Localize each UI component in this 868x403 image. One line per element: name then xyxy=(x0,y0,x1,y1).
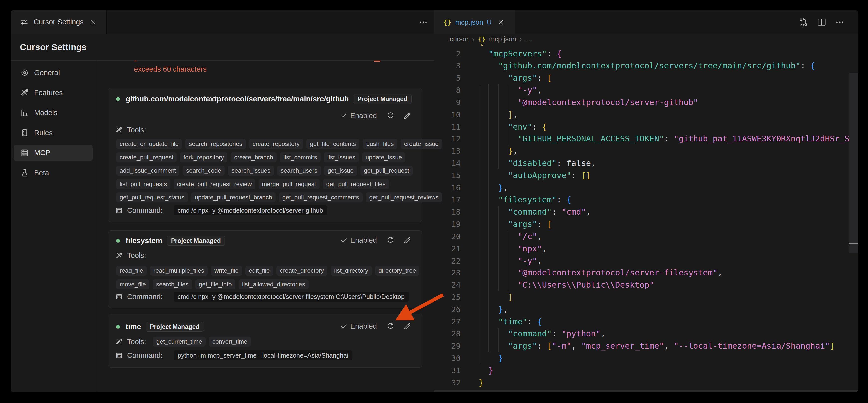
tool-chip: read_file xyxy=(116,266,147,276)
sidebar-item-label: Features xyxy=(34,89,63,97)
tools-icon xyxy=(116,338,122,345)
line-number: 27 xyxy=(434,316,461,328)
check-icon xyxy=(340,112,347,119)
code-line-12: 12 "GITHUB_PERSONAL_ACCESS_TOKEN": "gith… xyxy=(434,133,858,145)
chevron-right-icon: › xyxy=(520,35,522,44)
line-number: 23 xyxy=(434,267,461,279)
code-editor[interactable]: 1{2 "mcpServers": {3 "github.com/modelco… xyxy=(434,10,858,392)
mcp-server-card-time: time Project Managed Enabled Tools: get_… xyxy=(108,314,422,368)
code-line-29: 29 "args": ["-m", "mcp_server_time", "--… xyxy=(434,340,858,352)
command-value: cmd /c npx -y @modelcontextprotocol/serv… xyxy=(174,292,409,302)
code-line-23: 23 "@modelcontextprotocol/server-filesys… xyxy=(434,267,858,279)
command-value: cmd /c npx -y @modelcontextprotocol/serv… xyxy=(174,205,327,215)
tab-label: Cursor Settings xyxy=(34,18,84,26)
divider xyxy=(96,61,96,392)
tool-chip: create_pull_request_review xyxy=(174,179,255,189)
line-number: 24 xyxy=(434,279,461,291)
sidebar-item-rules[interactable]: Rules xyxy=(14,125,93,141)
tool-chip: get_issue xyxy=(324,166,357,176)
managed-badge: Project Managed xyxy=(146,322,204,332)
breadcrumb-more[interactable]: … xyxy=(526,35,532,43)
tool-chip: get_pull_request_comments xyxy=(279,192,363,202)
refresh-icon[interactable] xyxy=(386,322,395,330)
editor-actions-more-icon[interactable] xyxy=(412,10,434,34)
sidebar-item-label: Beta xyxy=(34,169,49,177)
vertical-scrollbar[interactable] xyxy=(849,74,858,253)
edit-icon[interactable] xyxy=(403,112,411,120)
refresh-icon[interactable] xyxy=(386,236,395,244)
line-number: 32 xyxy=(434,377,461,389)
enabled-label[interactable]: Enabled xyxy=(350,236,377,244)
tool-chip: get_pull_request_status xyxy=(116,192,188,202)
code-line-16: 16 }, xyxy=(434,182,858,194)
edit-icon[interactable] xyxy=(403,322,411,330)
line-number: 19 xyxy=(434,218,461,230)
tool-chip: move_file xyxy=(116,280,149,289)
line-number: 22 xyxy=(434,255,461,267)
tool-chip-row: list_pull_requestscreate_pull_request_re… xyxy=(116,179,389,189)
tool-chip: search_code xyxy=(183,166,225,176)
command-value: python -m mcp_server_time --local-timezo… xyxy=(174,350,352,360)
code-line-27: 27 "time": { xyxy=(434,316,858,328)
sidebar-item-general[interactable]: General xyxy=(14,65,93,81)
tool-chip-row: create_or_update_filesearch_repositories… xyxy=(116,139,442,149)
command-row: C:\ Command: python -m mcp_server_time -… xyxy=(116,350,352,360)
line-number: 11 xyxy=(434,121,461,133)
line-number: 18 xyxy=(434,206,461,218)
line-number: 28 xyxy=(434,328,461,340)
tab-cursor-settings[interactable]: Cursor Settings xyxy=(11,10,107,34)
clipped-error-fragment xyxy=(374,61,380,62)
close-tab-icon[interactable] xyxy=(90,19,97,26)
indent-guide xyxy=(478,84,479,364)
line-number: 5 xyxy=(434,72,461,84)
code-line-26: 26 }, xyxy=(434,304,858,316)
tools-row: Tools: xyxy=(116,250,146,260)
line-number: 10 xyxy=(434,109,461,121)
sidebar-item-label: Models xyxy=(34,109,58,117)
check-icon xyxy=(340,236,347,244)
command-row: C:\ Command: cmd /c npx -y @modelcontext… xyxy=(116,292,409,302)
code-line-17: 17 "filesystem": { xyxy=(434,194,858,206)
chart-icon xyxy=(21,109,29,117)
line-number: 31 xyxy=(434,364,461,377)
tool-chip: search_issues xyxy=(228,166,274,176)
sidebar-item-features[interactable]: Features xyxy=(14,85,93,100)
tool-chip: list_commits xyxy=(280,152,320,163)
rules-icon xyxy=(21,128,29,137)
tool-chip: create_branch xyxy=(230,152,277,163)
svg-text:C:\: C:\ xyxy=(117,354,121,357)
tools-row: Tools: get_current_timeconvert_time xyxy=(116,337,251,347)
clipped-error-line: github.com/modelcontextprotocol/servers/… xyxy=(133,61,200,62)
code-line-18: 18 "command": "cmd", xyxy=(434,206,858,218)
line-number: 26 xyxy=(434,304,461,316)
server-header: github.com/modelcontextprotocol/servers/… xyxy=(116,93,411,104)
enabled-label[interactable]: Enabled xyxy=(350,112,377,120)
code-line-11: 11 "env": { xyxy=(434,121,858,133)
sidebar-item-mcp[interactable]: MCP xyxy=(14,145,93,161)
tool-chip: get_file_info xyxy=(195,280,235,289)
horizontal-scrollbar[interactable] xyxy=(434,390,858,392)
tool-chip: create_pull_request xyxy=(116,152,177,163)
sidebar-item-beta[interactable]: Beta xyxy=(14,165,93,181)
code-line-5: 5 "args": [ xyxy=(434,72,858,84)
managed-badge: Project Managed xyxy=(353,94,411,104)
indent-guide xyxy=(488,84,489,352)
refresh-icon[interactable] xyxy=(386,112,395,120)
tool-chip: create_repository xyxy=(249,139,303,149)
server-controls: Enabled xyxy=(340,235,411,245)
indent-guide xyxy=(498,328,499,352)
breadcrumb-file[interactable]: mcp.json xyxy=(489,35,516,43)
tools-label: Tools: xyxy=(127,338,146,346)
line-number: 13 xyxy=(434,145,461,157)
gear-icon xyxy=(21,68,29,77)
server-name: github.com/modelcontextprotocol/servers/… xyxy=(126,94,349,103)
breadcrumb-folder[interactable]: .cursor xyxy=(448,35,469,43)
tool-chip: directory_tree xyxy=(375,266,420,276)
line-number: 9 xyxy=(434,96,461,109)
scrollbar-marker xyxy=(849,243,858,244)
sidebar-item-models[interactable]: Models xyxy=(14,105,93,121)
enabled-label[interactable]: Enabled xyxy=(350,322,377,330)
code-line-2: 2 "mcpServers": { xyxy=(434,48,858,60)
edit-icon[interactable] xyxy=(403,236,411,244)
tool-chip: get_pull_request_reviews xyxy=(366,192,442,202)
